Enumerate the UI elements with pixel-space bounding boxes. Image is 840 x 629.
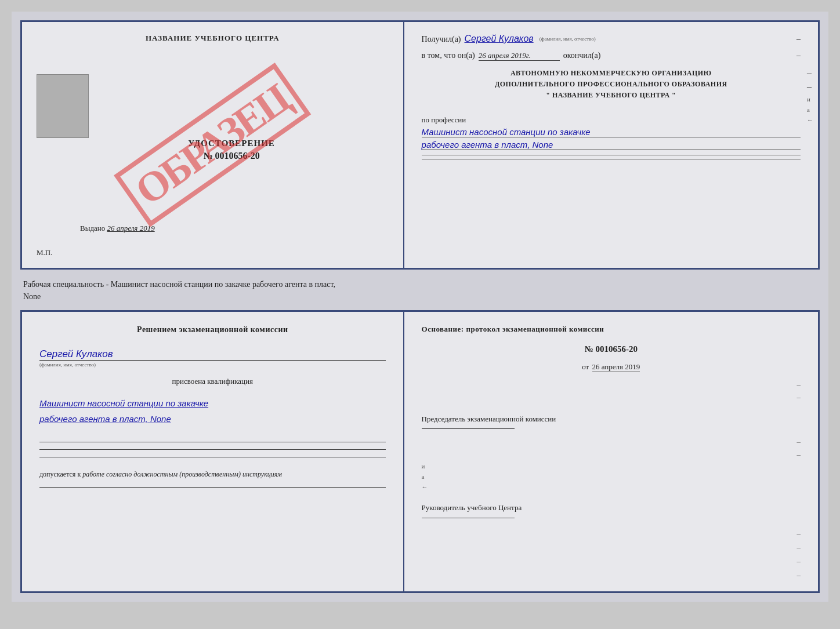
predsedatel-line <box>422 428 515 429</box>
osnovanie-title: Основание: протокол экзаменационной коми… <box>422 323 801 335</box>
poluchil-label: Получил(а) <box>422 35 461 44</box>
fio-label-bottom: (фамилия, имя, отчество) <box>39 362 386 368</box>
name-block: Сергей Кулаков (фамилия, имя, отчество) <box>39 346 386 368</box>
qualification-block: Машинист насосной станции по закачке раб… <box>39 395 386 427</box>
caption-area: Рабочая специальность - Машинист насосно… <box>20 275 820 304</box>
org-block: АВТОНОМНУЮ НЕКОММЕРЧЕСКУЮ ОРГАНИЗАЦИЮ ДО… <box>422 68 801 101</box>
dash-b2: – <box>422 543 801 552</box>
a-label-r: а <box>422 473 801 480</box>
top-document: НАЗВАНИЕ УЧЕБНОГО ЦЕНТРА УДОСТОВЕРЕНИЕ №… <box>20 20 820 270</box>
profession-line2: рабочего агента в пласт, None <box>422 140 801 150</box>
caption-text-main: Рабочая специальность - Машинист насосно… <box>20 275 820 292</box>
right-dashes-org: – – и а ← <box>807 68 813 123</box>
line2 <box>39 449 386 450</box>
dash-b3: – <box>422 557 801 566</box>
profession-line1: Машинист насосной станции по закачке <box>422 127 801 137</box>
middle-dashes: – – и а ← <box>422 437 801 490</box>
org-line1: АВТОНОМНУЮ НЕКОММЕРЧЕСКУЮ ОРГАНИЗАЦИЮ <box>422 68 801 79</box>
rukovoditel-line <box>422 518 515 518</box>
udostoverenie-block: УДОСТОВЕРЕНИЕ № 0010656-20 <box>188 139 275 161</box>
profession-block: по профессии Машинист насосной станции п… <box>422 112 801 159</box>
left-arrow: ← <box>807 117 813 123</box>
poluchil-value: Сергей Кулаков <box>465 34 534 44</box>
rukovoditel-block: Руководитель учебного Центра <box>422 502 801 518</box>
bottom-right-panel: Основание: протокол экзаменационной коми… <box>404 312 818 591</box>
komissia-title: Решением экзаменационной комиссии <box>39 323 386 336</box>
qual-line1: Машинист насосной станции по закачке <box>39 395 386 411</box>
name-handwritten: Сергей Кулаков <box>39 348 386 361</box>
rukovoditel-label: Руководитель учебного Центра <box>422 502 801 514</box>
dash-m1: – <box>422 437 801 446</box>
professia-label: по профессии <box>422 115 801 125</box>
protocol-number: № 0010656-20 <box>422 344 801 354</box>
photo-placeholder <box>37 74 89 138</box>
vtom-line: в том, что он(а) 26 апреля 2019г. окончи… <box>422 51 801 61</box>
dopuskaetsya-block: допускается к работе согласно должностны… <box>39 470 386 479</box>
okonchil-label: окончил(а) <box>563 51 601 60</box>
qual-line2: рабочего агента в пласт, None <box>39 411 386 427</box>
udostoverenie-label: УДОСТОВЕРЕНИЕ <box>188 139 275 148</box>
line3 <box>39 457 386 457</box>
line1 <box>422 155 801 155</box>
dash-r2: – <box>422 392 801 402</box>
line1 <box>39 442 386 442</box>
top-right-panel: Получил(а) Сергей Кулаков (фамилия, имя,… <box>404 22 818 268</box>
date-value: 26 апреля 2019 <box>592 362 640 372</box>
top-center-title: НАЗВАНИЕ УЧЕБНОГО ЦЕНТРА <box>146 34 280 43</box>
ot-date: от 26 апреля 2019 <box>422 362 801 372</box>
i-label: и <box>807 96 813 103</box>
line2 <box>422 159 801 159</box>
bottom-left-panel: Решением экзаменационной комиссии Сергей… <box>22 312 404 591</box>
vydano-date: 26 апреля 2019 <box>107 224 155 232</box>
dash-b1: – <box>422 529 801 538</box>
dash-org-1: – <box>807 68 813 78</box>
line-dopusk <box>39 487 386 488</box>
dopuskaetsya-label: допускается к <box>39 470 81 478</box>
vydano-block: Выдано 26 апреля 2019 <box>80 224 155 233</box>
dash-r1: – <box>422 380 801 389</box>
top-left-panel: НАЗВАНИЕ УЧЕБНОГО ЦЕНТРА УДОСТОВЕРЕНИЕ №… <box>22 22 404 268</box>
dopuskaetsya-value: работе согласно должностным (производств… <box>82 470 282 478</box>
bottom-dashes-right: – – – – <box>422 529 801 580</box>
dash-2: – <box>796 51 801 60</box>
caption-text-2: None <box>20 292 820 304</box>
bottom-dashes <box>422 155 801 159</box>
document-container: НАЗВАНИЕ УЧЕБНОГО ЦЕНТРА УДОСТОВЕРЕНИЕ №… <box>12 12 828 602</box>
i-label-r: и <box>422 463 801 470</box>
mp-text: М.П. <box>37 248 52 257</box>
nomer-label: № 0010656-20 <box>188 151 275 161</box>
extra-lines <box>39 438 386 457</box>
dash-m2: – <box>422 450 801 459</box>
org-text: АВТОНОМНУЮ НЕКОММЕРЧЕСКУЮ ОРГАНИЗАЦИЮ ДО… <box>422 68 801 101</box>
right-dashes-block: – – <box>422 380 801 402</box>
dash-1: – <box>796 35 801 44</box>
left-arrow-r: ← <box>422 483 801 490</box>
vydano-label: Выдано <box>80 224 105 232</box>
prisvoena-text: присвоена квалификация <box>39 377 386 386</box>
vtom-label: в том, что он(а) <box>422 51 475 60</box>
a-label: а <box>807 106 813 113</box>
predsedatel-block: Председатель экзаменационной комиссии <box>422 413 801 430</box>
org-line3: " НАЗВАНИЕ УЧЕБНОГО ЦЕНТРА " <box>422 90 801 101</box>
fio-label-top: (фамилия, имя, отчество) <box>540 36 596 42</box>
predsedatel-label: Председатель экзаменационной комиссии <box>422 413 801 426</box>
dash-b4: – <box>422 570 801 580</box>
ot-label: от <box>582 362 589 371</box>
bottom-document: Решением экзаменационной комиссии Сергей… <box>20 310 820 593</box>
poluchil-line: Получил(а) Сергей Кулаков (фамилия, имя,… <box>422 34 801 44</box>
dash-org-2: – <box>807 82 813 92</box>
org-line2: ДОПОЛНИТЕЛЬНОГО ПРОФЕССИОНАЛЬНОГО ОБРАЗО… <box>422 79 801 90</box>
vtom-date: 26 апреля 2019г. <box>479 51 560 61</box>
